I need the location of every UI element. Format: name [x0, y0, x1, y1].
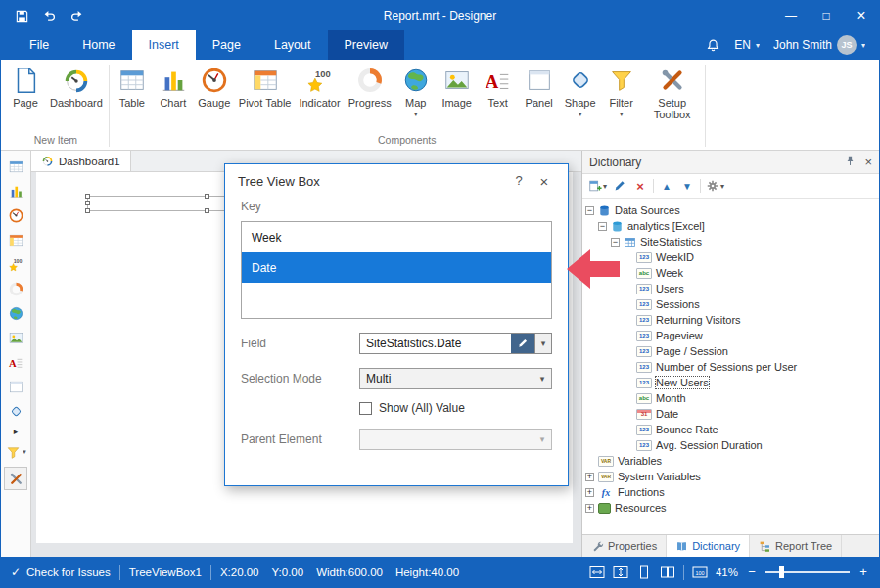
key-item-week[interactable]: Week: [242, 222, 551, 252]
tree-node-week[interactable]: abcWeek: [582, 265, 879, 281]
tab-layout[interactable]: Layout: [257, 30, 328, 60]
zoom-page-width-button[interactable]: [589, 565, 605, 579]
edit-button[interactable]: [612, 177, 627, 195]
tool-table-button[interactable]: [5, 157, 26, 176]
ribbon-shape-button[interactable]: Shape▾: [560, 62, 601, 117]
ribbon-progress-button[interactable]: Progress: [345, 62, 395, 109]
tab-insert[interactable]: Insert: [132, 30, 196, 60]
parent-element-combo[interactable]: ▾: [359, 429, 552, 450]
ribbon-chart-button[interactable]: Chart: [153, 62, 194, 109]
check-for-issues-button[interactable]: ✓ Check for Issues: [11, 565, 111, 579]
tool-image-button[interactable]: [5, 328, 26, 347]
tool-gauge-button[interactable]: [5, 205, 26, 225]
selection-handle[interactable]: [205, 194, 209, 199]
tree-node-weekid[interactable]: 123WeekID: [582, 249, 879, 265]
tool-indicator-button[interactable]: [5, 254, 26, 274]
expression-edit-button[interactable]: [511, 334, 534, 353]
panel-close-button[interactable]: ×: [864, 155, 872, 169]
tree-node-sessions[interactable]: 123Sessions: [582, 296, 879, 312]
minimize-button[interactable]: —: [773, 1, 809, 30]
maximize-button[interactable]: □: [809, 1, 844, 30]
tree-node-date[interactable]: 31Date: [582, 406, 879, 422]
selection-handle[interactable]: [85, 201, 90, 205]
tool-setup-toolbox-button[interactable]: [4, 467, 27, 490]
tree-node-functions[interactable]: +fxFunctions: [582, 484, 879, 500]
expand-icon[interactable]: +: [585, 488, 594, 497]
expand-icon[interactable]: +: [585, 504, 594, 513]
tool-shape-button[interactable]: [5, 401, 26, 421]
tool-map-button[interactable]: [5, 303, 26, 323]
ribbon-map-button[interactable]: Map▾: [395, 62, 437, 117]
redo-button[interactable]: [64, 3, 89, 28]
key-item-date[interactable]: Date: [242, 252, 551, 283]
dialog-close-button[interactable]: ×: [533, 173, 555, 190]
tree-node-data-sources[interactable]: −Data Sources: [582, 203, 879, 218]
selection-handle[interactable]: [85, 208, 90, 213]
collapse-icon[interactable]: −: [585, 206, 594, 215]
tab-page[interactable]: Page: [196, 30, 257, 60]
settings-button[interactable]: ▾: [706, 177, 724, 195]
tree-node-page-session[interactable]: 123Page / Session: [582, 343, 879, 359]
ribbon-text-button[interactable]: Text: [478, 62, 519, 109]
tree-node-sitestatistics[interactable]: −SiteStatistics: [582, 234, 879, 249]
language-selector[interactable]: EN▾: [734, 38, 760, 52]
ribbon-panel-button[interactable]: Panel: [519, 62, 560, 109]
ribbon-pivot-table-button[interactable]: Pivot Table: [235, 62, 296, 109]
tree-node-users[interactable]: 123Users: [582, 281, 879, 296]
tool-text-button[interactable]: [5, 352, 26, 372]
tree-node-resources[interactable]: +Resources: [582, 500, 879, 516]
key-list[interactable]: WeekDate: [241, 221, 552, 319]
tab-dashboard1[interactable]: Dashboard1: [31, 151, 131, 171]
zoom-one-page-button[interactable]: [636, 565, 652, 579]
close-button[interactable]: ×: [844, 1, 879, 30]
tool-filter-button[interactable]: ▾: [5, 442, 26, 462]
move-up-button[interactable]: ▲: [659, 177, 674, 195]
user-menu[interactable]: John SmithJS▾: [773, 35, 865, 55]
tab-dictionary[interactable]: Dictionary: [667, 535, 750, 557]
zoom-in-button[interactable]: +: [857, 565, 869, 579]
tab-properties[interactable]: Properties: [582, 535, 667, 557]
delete-button[interactable]: ×: [632, 177, 648, 195]
tab-preview[interactable]: Preview: [328, 30, 404, 60]
ribbon-table-button[interactable]: Table: [112, 62, 153, 109]
tree-node-avg-session-duration[interactable]: 123Avg. Session Duration: [582, 437, 879, 453]
expand-icon[interactable]: +: [585, 473, 594, 481]
ribbon-page-button[interactable]: Page: [5, 62, 46, 109]
tree-node-new-users[interactable]: 123New Users: [582, 375, 879, 390]
tab-home[interactable]: Home: [66, 30, 131, 60]
ribbon-gauge-button[interactable]: Gauge: [194, 62, 235, 109]
tool-pivot-table-button[interactable]: [5, 230, 26, 249]
tab-report-tree[interactable]: Report Tree: [750, 535, 842, 557]
zoom-100-button[interactable]: [692, 565, 708, 579]
tree-node-returning-visitors[interactable]: 123Returning Visitors: [582, 312, 879, 328]
move-down-button[interactable]: ▼: [679, 177, 695, 195]
zoom-out-button[interactable]: −: [746, 565, 758, 579]
collapse-icon[interactable]: −: [611, 238, 620, 247]
zoom-page-height-button[interactable]: [613, 565, 628, 579]
pin-button[interactable]: [844, 155, 857, 170]
tool-chart-button[interactable]: [5, 181, 26, 201]
selection-handle[interactable]: [205, 208, 209, 213]
show-all-value-checkbox[interactable]: [359, 402, 372, 415]
tree-node-month[interactable]: abcMonth: [582, 390, 879, 406]
tab-file[interactable]: File: [13, 30, 66, 60]
dialog-help-button[interactable]: ?: [508, 173, 530, 190]
undo-button[interactable]: [36, 3, 62, 28]
field-dropdown-button[interactable]: ▾: [534, 334, 551, 353]
tree-node-analytics-excel[interactable]: −analytics [Excel]: [582, 218, 879, 234]
zoom-multiple-pages-button[interactable]: [660, 565, 675, 579]
ribbon-filter-button[interactable]: Filter▾: [601, 62, 642, 117]
collapse-icon[interactable]: −: [598, 222, 607, 231]
toolbox-more-button[interactable]: ▸: [5, 426, 26, 437]
tree-node-bounce-rate[interactable]: 123Bounce Rate: [582, 422, 879, 437]
notifications-button[interactable]: [706, 38, 720, 53]
show-all-value-option[interactable]: Show (All) Value: [359, 401, 465, 415]
tool-progress-button[interactable]: [5, 279, 26, 298]
tree-node-number-of-sessions-per-user[interactable]: 123Number of Sessions per User: [582, 359, 879, 375]
ribbon-indicator-button[interactable]: Indicator: [295, 62, 344, 109]
tree-node-variables[interactable]: VARVariables: [582, 453, 879, 469]
zoom-slider-thumb[interactable]: [779, 566, 784, 578]
new-item-button[interactable]: ▾: [588, 177, 607, 195]
tree-node-system-variables[interactable]: +VARSystem Variables: [582, 469, 879, 484]
ribbon-dashboard-button[interactable]: Dashboard: [46, 62, 107, 109]
